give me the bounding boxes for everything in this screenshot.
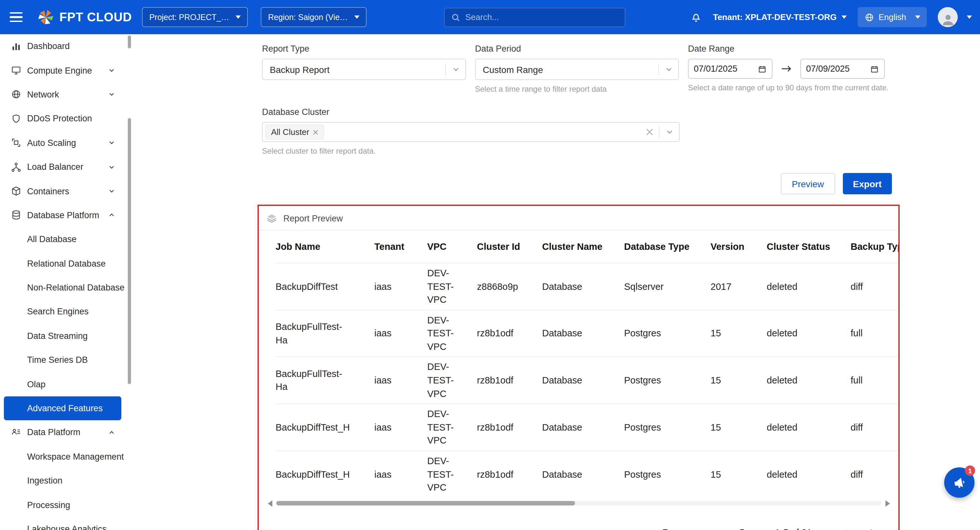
table-cell: 15	[711, 451, 767, 497]
calendar-icon	[758, 64, 767, 73]
search-input[interactable]	[465, 12, 619, 22]
table-cell: 15	[711, 404, 767, 450]
scroll-right-arrow-icon[interactable]	[885, 500, 890, 506]
column-header: Cluster Id	[477, 231, 542, 263]
export-button[interactable]: Export	[843, 173, 892, 194]
network-globe-icon	[10, 89, 22, 100]
sidebar-item-auto-scaling[interactable]: Auto Scaling	[4, 131, 121, 155]
table-cell: Postgres	[624, 451, 711, 497]
cluster-tag: All Cluster	[265, 124, 324, 139]
table-cell: 2017	[711, 263, 767, 310]
sidebar-item-workspace-management[interactable]: Workspace Management	[4, 444, 121, 469]
table-cell: Database	[542, 357, 624, 404]
chevron-down-icon	[659, 66, 678, 73]
sidebar-item-time-series-db[interactable]: Time Series DB	[4, 348, 121, 372]
avatar	[938, 7, 958, 27]
table-cell: DEV-TEST-VPC	[427, 310, 477, 357]
project-selector[interactable]: Project: PROJECT_XPL...	[142, 7, 248, 27]
table-cell: rz8b1odf	[477, 451, 542, 497]
sidebar-item-database-platform[interactable]: Database Platform	[4, 203, 121, 227]
table-cell: Database	[542, 310, 624, 357]
table-cell: diff	[851, 404, 898, 450]
sidebar-item-ddos-protection[interactable]: DDoS Protection	[4, 107, 121, 131]
sidebar-item-label: Workspace Management	[27, 452, 124, 462]
sidebar-item-compute-engine[interactable]: Compute Engine	[4, 59, 121, 83]
table-row: BackupFullTest-Ha iaas DEV-TEST-VPC rz8b…	[275, 310, 898, 357]
clear-selection-icon[interactable]	[646, 129, 653, 135]
sidebar-item-data-platform[interactable]: Data Platform	[4, 420, 121, 445]
pagination: Rows per page 5 1-5 of 21	[259, 514, 898, 530]
date-from-input[interactable]: 07/01/2025	[688, 59, 773, 79]
sidebar-item-dashboard[interactable]: Dashboard	[4, 34, 121, 59]
scrollbar-thumb[interactable]	[276, 501, 575, 505]
date-to-input[interactable]: 07/09/2025	[800, 59, 885, 79]
sidebar-scrollbar-thumb[interactable]	[128, 118, 131, 384]
sidebar-item-all-database[interactable]: All Database	[4, 227, 121, 251]
chevron-down-icon	[842, 16, 847, 19]
tenant-selector[interactable]: Tenant: XPLAT-DEV-TEST-ORG	[713, 12, 847, 22]
sidebar-item-olap[interactable]: Olap	[4, 372, 121, 396]
sidebar-item-label: Dashboard	[27, 41, 70, 51]
scroll-left-arrow-icon[interactable]	[268, 500, 272, 506]
user-menu[interactable]	[938, 7, 972, 27]
data-platform-icon	[10, 427, 22, 438]
report-type-value: Backup Report	[262, 64, 445, 75]
table-cell: rz8b1odf	[477, 404, 542, 450]
sidebar-item-non-relational-database[interactable]: Non-Relational Database	[4, 275, 121, 300]
column-header: Tenant	[374, 231, 427, 263]
previous-page-button[interactable]	[837, 524, 853, 530]
table-cell: DEV-TEST-VPC	[427, 263, 477, 310]
sidebar-item-lakehouse-analytics[interactable]: Lakehouse Analytics	[4, 517, 121, 530]
sidebar-item-network[interactable]: Network	[4, 83, 121, 107]
table-cell: iaas	[374, 310, 427, 357]
globe-icon	[864, 12, 875, 22]
chevron-down-icon	[108, 91, 116, 99]
brand-name: FPT CLOUD	[59, 10, 132, 24]
data-period-select[interactable]: Custom Range	[475, 59, 679, 80]
language-selector[interactable]: English	[858, 7, 927, 27]
chevron-down-icon	[108, 187, 116, 195]
data-period-field: Data Period Custom Range Select a time r…	[475, 44, 679, 94]
menu-icon[interactable]	[8, 10, 24, 25]
sidebar-item-containers[interactable]: Containers	[4, 179, 121, 203]
chevron-up-icon	[108, 212, 116, 219]
next-page-button[interactable]	[864, 524, 880, 530]
container-cube-icon	[10, 185, 22, 197]
chevron-up-icon	[108, 429, 116, 436]
cluster-tag-label: All Cluster	[271, 127, 309, 137]
sidebar-item-label: Olap	[27, 379, 46, 389]
announcement-fab[interactable]: 1	[944, 467, 975, 498]
sidebar-item-relational-database[interactable]: Relational Database	[4, 251, 121, 275]
preview-button[interactable]: Preview	[781, 173, 835, 194]
sidebar-item-label: Processing	[27, 500, 70, 510]
sidebar-scrollbar-thumb[interactable]	[128, 35, 131, 48]
table-cell: iaas	[374, 404, 427, 450]
sidebar-item-ingestion[interactable]: Ingestion	[4, 469, 121, 493]
chevron-down-icon	[108, 163, 116, 171]
rows-per-page-value: 5	[739, 527, 745, 530]
sidebar-item-processing[interactable]: Processing	[4, 493, 121, 517]
report-type-select[interactable]: Backup Report	[262, 59, 466, 80]
data-period-label: Data Period	[475, 44, 679, 54]
table-cell: BackupDiffTest_H	[275, 451, 374, 497]
chevron-down-icon	[660, 129, 679, 135]
database-icon	[10, 210, 22, 221]
sidebar-item-load-balancer[interactable]: Load Balancer	[4, 155, 121, 179]
sidebar-item-data-streaming[interactable]: Data Streaming	[4, 324, 121, 348]
main-content: Report Type Backup Report Data Period Cu…	[134, 34, 980, 530]
table-cell: 15	[711, 357, 767, 404]
region-selector[interactable]: Region: Saigon (Vietn...	[261, 7, 367, 27]
database-cluster-label: Database Cluster	[262, 107, 900, 117]
sidebar-item-search-engines[interactable]: Search Engines	[4, 300, 121, 324]
search-icon	[450, 12, 461, 22]
sidebar-item-advanced-features[interactable]: Advanced Features	[4, 396, 121, 420]
report-table-wrap: Job Name Tenant VPC Cluster Id Cluster N…	[259, 231, 898, 497]
rows-per-page-select[interactable]: 5	[739, 527, 753, 530]
database-cluster-select[interactable]: All Cluster	[262, 122, 679, 142]
chevron-down-icon	[108, 139, 116, 147]
table-cell: 15	[711, 310, 767, 357]
tag-remove-icon[interactable]	[313, 129, 318, 135]
table-cell: iaas	[374, 357, 427, 404]
notifications-bell-icon[interactable]	[690, 11, 702, 23]
brand-logo[interactable]: FPT CLOUD	[37, 8, 132, 26]
